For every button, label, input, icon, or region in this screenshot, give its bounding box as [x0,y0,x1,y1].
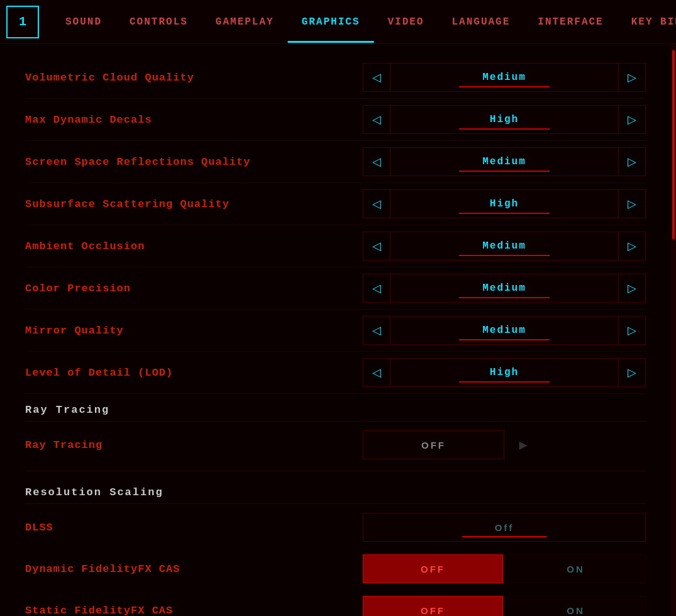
dynamic-fidelity-off-button[interactable]: OFF [363,554,503,583]
nav-items: SOUND CONTROLS GAMEPLAY GRAPHICS VIDEO L… [39,16,676,28]
arrow-right-ambient-occlusion[interactable]: ▷ [618,232,646,260]
setting-row-ambient-occlusion: Ambient Occlusion ◁ Medium ▷ [25,225,646,267]
nav-item-language[interactable]: LANGUAGE [438,16,524,28]
arrow-left-volumetric-cloud-quality[interactable]: ◁ [363,63,391,92]
nav-bar: 1 SOUND CONTROLS GAMEPLAY GRAPHICS VIDEO… [0,0,676,44]
corner-left-number: 1 [19,14,26,29]
value-display-volumetric-cloud-quality: Medium [391,63,618,92]
setting-control-color-precision: ◁ Medium ▷ [363,274,646,303]
ray-tracing-label: Ray Tracing [25,439,363,451]
dlss-row: DLSS Off [25,507,646,548]
quality-settings-list: Volumetric Cloud Quality ◁ Medium ▷ Max … [25,57,646,394]
dynamic-fidelity-label: Dynamic FidelityFX CAS [25,563,363,575]
arrow-left-mirror-quality[interactable]: ◁ [363,316,391,345]
static-fidelity-control: OFF ON [363,596,646,616]
nav-item-key-bindings[interactable]: KEY BINDINGS [618,16,676,28]
nav-item-interface[interactable]: INTERFACE [524,16,617,28]
value-display-ambient-occlusion: Medium [391,232,618,260]
setting-control-level-of-detail: ◁ High ▷ [363,358,646,387]
arrow-left-subsurface-scattering-quality[interactable]: ◁ [363,189,391,218]
scroll-indicator [671,44,676,616]
dynamic-fidelity-control: OFF ON [363,554,646,583]
setting-label-max-dynamic-decals: Max Dynamic Decals [25,114,363,126]
ray-tracing-row: Ray Tracing OFF ▶ [25,424,646,466]
setting-label-color-precision: Color Precision [25,283,363,294]
arrow-right-max-dynamic-decals[interactable]: ▷ [618,105,646,134]
setting-label-subsurface-scattering-quality: Subsurface Scattering Quality [25,198,363,210]
setting-label-ambient-occlusion: Ambient Occlusion [25,240,363,252]
setting-label-screen-space-reflections-quality: Screen Space Reflections Quality [25,156,363,168]
scroll-bar [672,50,675,239]
setting-row-max-dynamic-decals: Max Dynamic Decals ◁ High ▷ [25,99,646,141]
dynamic-fidelity-on-button[interactable]: ON [506,554,646,583]
setting-control-mirror-quality: ◁ Medium ▷ [363,316,646,345]
ray-tracing-divider [25,471,646,471]
arrow-right-level-of-detail[interactable]: ▷ [618,358,646,387]
setting-label-volumetric-cloud-quality: Volumetric Cloud Quality [25,72,363,84]
dynamic-fidelity-row: Dynamic FidelityFX CAS OFF ON [25,548,646,590]
setting-row-subsurface-scattering-quality: Subsurface Scattering Quality ◁ High ▷ [25,183,646,225]
nav-item-video[interactable]: VIDEO [374,16,438,28]
ray-tracing-off-button[interactable]: OFF [363,430,504,459]
setting-control-ambient-occlusion: ◁ Medium ▷ [363,232,646,260]
arrow-right-mirror-quality[interactable]: ▷ [618,316,646,345]
value-display-mirror-quality: Medium [391,316,618,345]
main-content: Volumetric Cloud Quality ◁ Medium ▷ Max … [0,44,676,616]
static-fidelity-row: Static FidelityFX CAS OFF ON [25,590,646,616]
arrow-right-color-precision[interactable]: ▷ [618,274,646,303]
static-fidelity-label: Static FidelityFX CAS [25,605,363,617]
arrow-left-color-precision[interactable]: ◁ [363,274,391,303]
corner-left[interactable]: 1 [6,6,39,38]
setting-row-volumetric-cloud-quality: Volumetric Cloud Quality ◁ Medium ▷ [25,57,646,99]
dlss-label: DLSS [25,522,363,534]
arrow-right-screen-space-reflections-quality[interactable]: ▷ [618,147,646,176]
value-display-subsurface-scattering-quality: High [391,189,618,218]
arrow-right-subsurface-scattering-quality[interactable]: ▷ [618,189,646,218]
arrow-left-ambient-occlusion[interactable]: ◁ [363,232,391,260]
setting-control-volumetric-cloud-quality: ◁ Medium ▷ [363,63,646,92]
dlss-control: Off [363,513,646,542]
nav-item-graphics[interactable]: GRAPHICS [288,16,374,28]
setting-row-screen-space-reflections-quality: Screen Space Reflections Quality ◁ Mediu… [25,141,646,183]
setting-row-mirror-quality: Mirror Quality ◁ Medium ▷ [25,310,646,352]
static-fidelity-on-button[interactable]: ON [506,596,646,616]
dlss-toggle-button[interactable]: Off [363,513,646,542]
value-display-color-precision: Medium [391,274,618,303]
arrow-left-max-dynamic-decals[interactable]: ◁ [363,105,391,134]
arrow-left-level-of-detail[interactable]: ◁ [363,358,391,387]
setting-control-subsurface-scattering-quality: ◁ High ▷ [363,189,646,218]
ray-tracing-section-header: Ray Tracing [25,394,646,422]
resolution-scaling-section-header: Resolution Scaling [25,476,646,504]
arrow-right-volumetric-cloud-quality[interactable]: ▷ [618,63,646,92]
setting-label-mirror-quality: Mirror Quality [25,325,363,337]
setting-control-max-dynamic-decals: ◁ High ▷ [363,105,646,134]
arrow-left-screen-space-reflections-quality[interactable]: ◁ [363,147,391,176]
setting-row-level-of-detail: Level of Detail (LOD) ◁ High ▷ [25,352,646,394]
setting-row-color-precision: Color Precision ◁ Medium ▷ [25,267,646,310]
value-display-level-of-detail: High [391,358,618,387]
ray-tracing-control: OFF ▶ [363,430,646,459]
static-fidelity-off-button[interactable]: OFF [363,596,503,616]
value-display-screen-space-reflections-quality: Medium [391,147,618,176]
ray-tracing-indicator: ▶ [504,430,542,459]
settings-area: Volumetric Cloud Quality ◁ Medium ▷ Max … [0,44,671,616]
value-display-max-dynamic-decals: High [391,105,618,134]
nav-item-gameplay[interactable]: GAMEPLAY [202,16,288,28]
setting-control-screen-space-reflections-quality: ◁ Medium ▷ [363,147,646,176]
nav-item-controls[interactable]: CONTROLS [116,16,202,28]
setting-label-level-of-detail: Level of Detail (LOD) [25,367,363,379]
nav-item-sound[interactable]: SOUND [52,16,116,28]
